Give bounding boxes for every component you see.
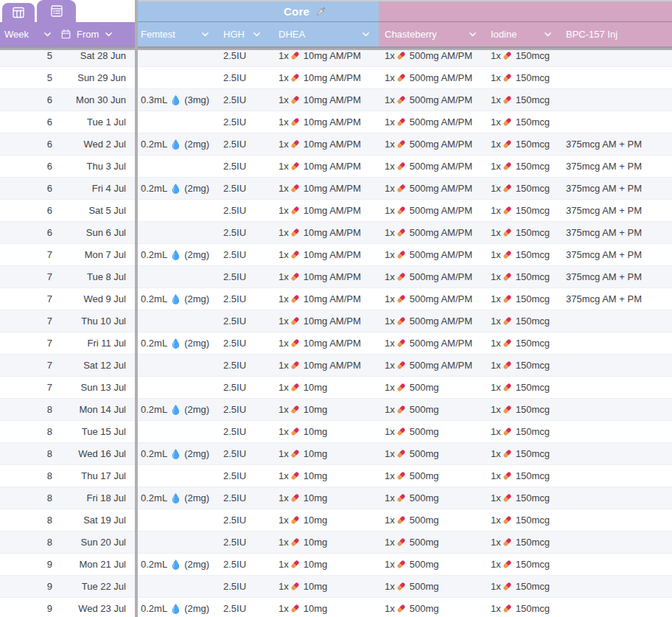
cell-dhea[interactable]: 1x 10mg xyxy=(270,487,379,509)
cell-chasteberry[interactable]: 1x 500mg xyxy=(379,531,486,553)
cell-dhea[interactable]: 1x 10mg AM/PM xyxy=(270,111,379,133)
cell-bpc[interactable] xyxy=(561,377,672,398)
cell-from[interactable]: Sat 5 Jul xyxy=(57,200,136,221)
cell-femtest[interactable]: 0.2mL (2mg) xyxy=(136,487,218,509)
cell-dhea[interactable]: 1x 10mg AM/PM xyxy=(270,266,379,287)
column-header-femtest[interactable]: Femtest xyxy=(136,22,218,46)
cell-chasteberry[interactable]: 1x 500mg AM/PM xyxy=(379,288,486,310)
column-header-iodine[interactable]: Iodine xyxy=(486,22,561,46)
cell-from[interactable]: Mon 30 Jun xyxy=(57,89,136,111)
cell-femtest[interactable]: 0.2mL (2mg) xyxy=(136,399,218,420)
cell-chasteberry[interactable]: 1x 500mg xyxy=(379,487,486,509)
cell-dhea[interactable]: 1x 10mg xyxy=(270,509,379,531)
cell-chasteberry[interactable]: 1x 500mg xyxy=(379,509,486,531)
cell-chasteberry[interactable]: 1x 500mg xyxy=(379,576,486,597)
chevron-down-icon[interactable] xyxy=(544,32,561,38)
cell-hgh[interactable]: 2.5IU xyxy=(218,222,270,243)
cell-iodine[interactable]: 1x 150mcg xyxy=(486,156,561,177)
cell-femtest[interactable]: 0.2mL (2mg) xyxy=(136,443,218,464)
cell-dhea[interactable]: 1x 10mg xyxy=(270,554,379,575)
chevron-down-icon[interactable] xyxy=(362,32,379,38)
cell-dhea[interactable]: 1x 10mg xyxy=(270,531,379,553)
cell-hgh[interactable]: 2.5IU xyxy=(218,509,270,531)
cell-femtest[interactable] xyxy=(136,576,218,597)
cell-femtest[interactable] xyxy=(136,200,218,221)
cell-femtest[interactable]: 0.2mL (2mg) xyxy=(136,133,218,155)
cell-dhea[interactable]: 1x 10mg xyxy=(270,465,379,487)
cell-bpc[interactable] xyxy=(561,531,672,553)
cell-hgh[interactable]: 2.5IU xyxy=(218,200,270,221)
chevron-down-icon[interactable] xyxy=(201,32,218,38)
cell-iodine[interactable]: 1x 150mcg xyxy=(486,332,561,354)
cell-femtest[interactable] xyxy=(136,465,218,487)
cell-chasteberry[interactable]: 1x 500mg AM/PM xyxy=(379,67,486,88)
cell-femtest[interactable] xyxy=(136,421,218,442)
column-header-chasteberry[interactable]: Chasteberry xyxy=(379,22,486,46)
cell-chasteberry[interactable]: 1x 500mg AM/PM xyxy=(379,156,486,177)
cell-bpc[interactable] xyxy=(561,310,672,332)
column-header-hgh[interactable]: HGH xyxy=(218,22,270,46)
cell-femtest[interactable]: 0.2mL (2mg) xyxy=(136,178,218,199)
cell-week[interactable]: 6 xyxy=(0,89,57,111)
cell-bpc[interactable] xyxy=(561,67,672,88)
cell-iodine[interactable]: 1x 150mcg xyxy=(486,222,561,243)
cell-chasteberry[interactable]: 1x 500mg xyxy=(379,399,486,420)
cell-hgh[interactable]: 2.5IU xyxy=(218,133,270,155)
cell-chasteberry[interactable]: 1x 500mg xyxy=(379,377,486,398)
cell-week[interactable]: 6 xyxy=(0,133,57,155)
chevron-down-icon[interactable] xyxy=(469,32,486,38)
cell-hgh[interactable]: 2.5IU xyxy=(218,310,270,332)
cell-femtest[interactable] xyxy=(136,156,218,177)
cell-iodine[interactable]: 1x 150mcg xyxy=(486,465,561,487)
cell-week[interactable]: 6 xyxy=(0,222,57,243)
cell-femtest[interactable] xyxy=(136,111,218,133)
cell-week[interactable]: 7 xyxy=(0,332,57,354)
cell-bpc[interactable]: 375mcg AM + PM xyxy=(561,288,672,310)
cell-from[interactable]: Mon 21 Jul xyxy=(57,554,136,575)
cell-from[interactable]: Wed 23 Jul xyxy=(57,598,136,617)
cell-bpc[interactable] xyxy=(561,443,672,464)
cell-bpc[interactable] xyxy=(561,487,672,509)
cell-from[interactable]: Mon 7 Jul xyxy=(57,244,136,265)
cell-week[interactable]: 9 xyxy=(0,598,57,617)
column-header-dhea[interactable]: DHEA xyxy=(270,22,379,46)
cell-chasteberry[interactable]: 1x 500mg xyxy=(379,443,486,464)
cell-week[interactable]: 7 xyxy=(0,288,57,310)
cell-hgh[interactable]: 2.5IU xyxy=(218,465,270,487)
cell-from[interactable]: Wed 9 Jul xyxy=(57,288,136,310)
cell-femtest[interactable]: 0.2mL (2mg) xyxy=(136,598,218,617)
cell-week[interactable]: 5 xyxy=(0,67,57,88)
cell-femtest[interactable] xyxy=(136,266,218,287)
cell-chasteberry[interactable]: 1x 500mg xyxy=(379,465,486,487)
cell-from[interactable]: Thu 3 Jul xyxy=(57,156,136,177)
cell-chasteberry[interactable]: 1x 500mg xyxy=(379,421,486,442)
cell-from[interactable]: Sun 29 Jun xyxy=(57,67,136,88)
chevron-down-icon[interactable] xyxy=(43,32,57,38)
cell-dhea[interactable]: 1x 10mg AM/PM xyxy=(270,178,379,199)
cell-femtest[interactable]: 0.2mL (2mg) xyxy=(136,554,218,575)
cell-bpc[interactable] xyxy=(561,554,672,575)
cell-dhea[interactable]: 1x 10mg xyxy=(270,377,379,398)
cell-iodine[interactable]: 1x 150mcg xyxy=(486,67,561,88)
cell-iodine[interactable]: 1x 150mcg xyxy=(486,399,561,420)
cell-iodine[interactable]: 1x 150mcg xyxy=(486,443,561,464)
cell-hgh[interactable]: 2.5IU xyxy=(218,288,270,310)
cell-femtest[interactable]: 0.3mL (3mg) xyxy=(136,89,218,111)
cell-hgh[interactable]: 2.5IU xyxy=(218,89,270,111)
cell-week[interactable]: 8 xyxy=(0,443,57,464)
cell-week[interactable]: 6 xyxy=(0,156,57,177)
tab-grid-view[interactable] xyxy=(2,3,35,22)
cell-week[interactable]: 6 xyxy=(0,111,57,133)
cell-hgh[interactable]: 2.5IU xyxy=(218,332,270,354)
cell-femtest[interactable] xyxy=(136,222,218,243)
cell-week[interactable]: 9 xyxy=(0,576,57,597)
cell-dhea[interactable]: 1x 10mg AM/PM xyxy=(270,244,379,265)
cell-iodine[interactable]: 1x 150mcg xyxy=(486,133,561,155)
cell-hgh[interactable]: 2.5IU xyxy=(218,531,270,553)
cell-week[interactable]: 8 xyxy=(0,531,57,553)
cell-iodine[interactable]: 1x 150mcg xyxy=(486,576,561,597)
cell-femtest[interactable] xyxy=(136,310,218,332)
cell-iodine[interactable]: 1x 150mcg xyxy=(486,288,561,310)
cell-bpc[interactable] xyxy=(561,465,672,487)
cell-hgh[interactable]: 2.5IU xyxy=(218,443,270,464)
